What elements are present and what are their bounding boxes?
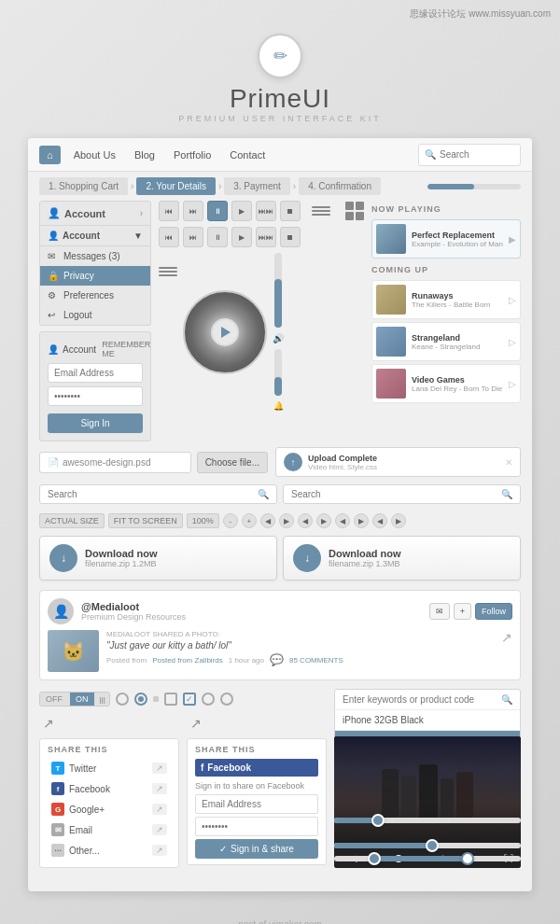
next-btn[interactable]: ⏭⏭ [256,201,276,221]
np-thumb-2 [376,327,406,357]
player-controls-row1: ⏮ ⏭ ⏸ ▶ ⏭⏭ ⏹ [159,201,364,221]
messages-icon: ✉ [48,251,59,261]
bc-step-1[interactable]: 1. Shopping Cart [39,177,128,195]
percent-btn[interactable]: 100% [187,513,219,528]
nav-search-box[interactable]: 🔍 [418,144,521,166]
post-share-icon[interactable]: ↗ [501,630,512,668]
social-plus-btn[interactable]: + [454,603,471,620]
nav-about[interactable]: About Us [64,146,125,164]
np-queue-item-1[interactable]: Runaways The Killers - Battle Born ▷ [371,280,521,319]
download-btn-2[interactable]: ↓ Download now filename.zip 1.3MB [283,536,521,581]
nav-blog[interactable]: Blog [125,146,164,164]
range-slider-track[interactable] [334,856,521,861]
post-time: 1 hour ago [229,656,264,665]
search-box-1[interactable]: 🔍 [39,484,277,504]
follow-button[interactable]: Follow [475,603,512,620]
pause-btn[interactable]: ⏸ [207,201,228,221]
fit-screen-btn[interactable]: FIT TO SCREEN [108,513,183,528]
nav-circle-9[interactable]: ◀ [372,513,387,528]
nav-circle-1[interactable]: - [223,513,238,528]
user-icon-2: 👤 [48,231,59,241]
search-dropdown-icon: 🔍 [501,694,512,705]
bc-step-2[interactable]: 2. Your Details [136,177,216,195]
grid-view-icon[interactable] [345,202,364,220]
np-current-item[interactable]: Perfect Replacement Example - Evolution … [371,219,521,259]
prev-prev-btn-2[interactable]: ⏮ [159,227,179,247]
nav-circle-5[interactable]: ◀ [298,513,313,528]
account-sub-header[interactable]: 👤 Account ▼ [40,226,150,246]
np-thumb-3 [376,369,406,399]
search-input-2[interactable] [291,489,501,499]
upload-close-icon[interactable]: ✕ [505,457,512,468]
post-image: 🐱 [48,630,99,672]
email-input[interactable] [48,363,143,383]
pause-btn-2[interactable]: ⏸ [207,227,228,247]
breadcrumb-progress [427,184,521,189]
prev-btn-2[interactable]: ⏭ [183,227,203,247]
home-button[interactable]: ⌂ [39,146,61,164]
next-btn-2[interactable]: ⏭⏭ [256,227,276,247]
nav-circle-3[interactable]: ◀ [260,513,275,528]
download-label-1: Download now [85,548,267,559]
search-box-2[interactable]: 🔍 [283,484,521,504]
section-row-1: 👤 Account › 👤 Account ▼ ✉ Messages (3) [28,201,532,449]
slider-1-track[interactable] [334,818,521,823]
choose-file-button[interactable]: Choose file... [197,452,268,473]
bc-step-3[interactable]: 3. Payment [224,177,290,195]
play-btn-2[interactable]: ▶ [231,227,252,247]
prev-btn[interactable]: ⏭ [183,201,203,221]
search-input-1[interactable] [48,489,258,499]
social-section: 👤 @Medialoot Premium Design Resources ✉ … [28,590,532,680]
stop-btn-2[interactable]: ⏹ [280,227,301,247]
prev-prev-btn[interactable]: ⏮ [159,201,179,221]
actual-size-btn[interactable]: ACTUAL SIZE [39,513,105,528]
now-playing-section: NOW PLAYING Perfect Replacement Example … [371,201,521,441]
menu-logout[interactable]: ↩ Logout [40,305,150,325]
playlist-icon[interactable] [312,202,330,220]
menu-preferences[interactable]: ⚙ Preferences [40,286,150,305]
nav-circle-8[interactable]: ▶ [354,513,369,528]
np-queue-item-3[interactable]: Video Games Lana Del Rey - Born To Die ▷ [371,364,521,403]
nav-circle-10[interactable]: ▶ [391,513,406,528]
nav-contact[interactable]: Contact [220,146,274,164]
bc-step-4[interactable]: 4. Confirmation [299,177,381,195]
video-thumbnail [334,736,521,848]
password-input[interactable] [48,386,143,406]
social-card: 👤 @Medialoot Premium Design Resources ✉ … [39,590,521,680]
np-info-3: Video Games Lana Del Rey - Born To Die [412,375,503,393]
bc-arrow-1: › [131,181,133,191]
social-post: 🐱 MEDIALOOT SHARED A PHOTO: "Just gave o… [48,630,512,672]
nav-circle-6[interactable]: ▶ [316,513,331,528]
volume-slider-2[interactable] [274,349,282,396]
search-dropdown-header[interactable]: 🔍 [335,690,520,709]
nav-circle-4[interactable]: ▶ [279,513,294,528]
post-meta: Posted from Posted from Zallbirds 1 hour… [106,653,494,666]
nav-circle-2[interactable]: + [242,513,257,528]
preferences-icon: ⚙ [48,290,59,301]
nav-search-input[interactable] [440,149,514,160]
slider-2-track[interactable] [334,843,521,848]
volume-slider-1[interactable] [274,253,282,328]
search-icon-2: 🔍 [501,489,512,499]
account-header[interactable]: 👤 Account › [39,201,151,226]
vinyl-disc[interactable] [183,290,267,374]
menu-messages[interactable]: ✉ Messages (3) [40,246,150,266]
dropdown-item-1[interactable]: iPhone 32GB Black [335,709,520,730]
player-menu-icon[interactable] [159,262,177,281]
play-btn[interactable]: ▶ [231,201,252,221]
sign-in-button[interactable]: Sign In [48,413,143,433]
download-btn-1[interactable]: ↓ Download now filename.zip 1.2MB [39,536,277,581]
social-mail-btn[interactable]: ✉ [429,603,450,620]
menu-privacy[interactable]: 🔒 Privacy [40,266,150,286]
player-controls-row2: ⏮ ⏭ ⏸ ▶ ⏭⏭ ⏹ [159,227,364,247]
stop-btn[interactable]: ⏹ [280,201,301,221]
keyword-search-input[interactable] [343,694,497,705]
np-queue-item-2[interactable]: Strangeland Keane - Strangeland ▷ [371,322,521,361]
np-title-3: Video Games [412,375,503,385]
nav-circle-7[interactable]: ◀ [335,513,350,528]
np-thumb-1 [376,285,406,315]
post-comments-count: 85 COMMENTS [289,656,343,665]
post-text: "Just gave our kitty a bath/ lol" [106,640,494,651]
posted-source: Posted from Zallbirds [152,656,223,665]
nav-portfolio[interactable]: Portfolio [164,146,220,164]
